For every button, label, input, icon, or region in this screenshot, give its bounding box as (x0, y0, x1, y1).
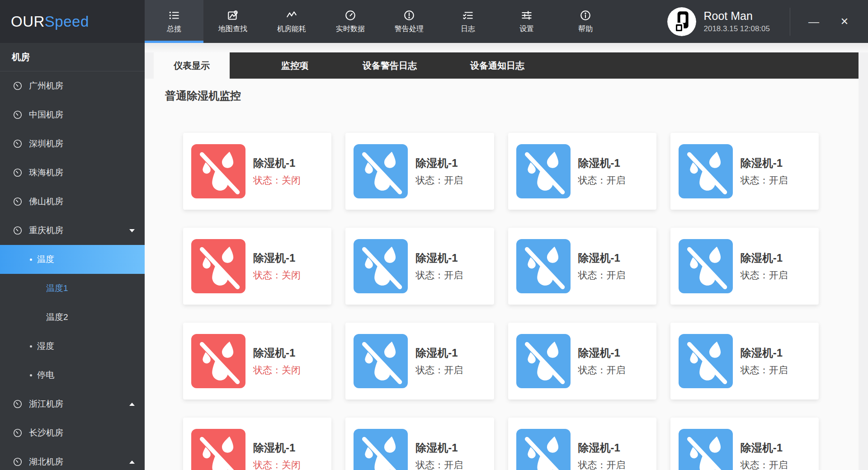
device-card[interactable]: 除湿机-1 状态：开启 (670, 323, 819, 400)
device-card-text: 除湿机-1 状态：开启 (415, 441, 463, 470)
device-card[interactable]: 除湿机-1 状态：关闭 (183, 418, 331, 470)
dehumidifier-off-icon (191, 429, 245, 470)
device-status: 状态：开启 (741, 364, 788, 376)
tab-device-warning-log[interactable]: 设备警告日志 (334, 52, 446, 79)
device-card[interactable]: 除湿机-1 状态：关闭 (183, 133, 331, 210)
device-name: 除湿机-1 (253, 441, 301, 455)
tab-monitor-items[interactable]: 监控项 (256, 52, 334, 79)
sidebar-item-label: 长沙机房 (29, 427, 63, 439)
gauge-icon (13, 197, 23, 207)
section-title: 普通除湿机监控 (165, 89, 859, 103)
sidebar-item-label: 湖北机房 (29, 456, 63, 468)
sidebar-item-温度1[interactable]: 温度1 (0, 274, 145, 303)
device-card[interactable]: 除湿机-1 状态：开启 (670, 418, 819, 470)
device-card[interactable]: 除湿机-1 状态：开启 (508, 323, 656, 400)
device-status: 状态：开启 (741, 269, 788, 282)
sidebar-item-佛山机房[interactable]: 佛山机房 (0, 187, 145, 216)
sidebar-item-重庆机房[interactable]: 重庆机房 (0, 216, 145, 245)
tab-device-notice-log[interactable]: 设备通知日志 (446, 52, 549, 79)
dehumidifier-off-icon (191, 239, 245, 293)
sidebar-item-湖北机房[interactable]: 湖北机房 (0, 447, 145, 470)
sidebar-item-中国机房[interactable]: 中国机房 (0, 100, 145, 129)
sidebar-item-label: 广州机房 (29, 80, 63, 92)
device-card-text: 除湿机-1 状态：开启 (741, 251, 788, 282)
device-card[interactable]: 除湿机-1 状态：关闭 (183, 228, 331, 305)
nav-item-overview[interactable]: 总揽 (145, 0, 203, 43)
tab-meter-display[interactable]: 仪表显示 (154, 52, 230, 79)
nav-item-alerts[interactable]: 警告处理 (380, 0, 439, 43)
device-name: 除湿机-1 (253, 346, 301, 360)
device-card-text: 除湿机-1 状态：开启 (578, 346, 626, 376)
device-card[interactable]: 除湿机-1 状态：开启 (508, 418, 656, 470)
top-nav: 总揽 地图查找 机房能耗 实时数据 警告处理 (145, 0, 615, 43)
sidebar-item-label: 中国机房 (29, 109, 63, 121)
gauge-icon (13, 428, 23, 438)
device-name: 除湿机-1 (741, 156, 788, 170)
device-card[interactable]: 除湿机-1 状态：关闭 (183, 323, 331, 400)
sidebar-item-浙江机房[interactable]: 浙江机房 (0, 390, 145, 418)
device-card[interactable]: 除湿机-1 状态：开启 (345, 228, 494, 305)
sidebar-item-珠海机房[interactable]: 珠海机房 (0, 158, 145, 187)
nav-item-logs[interactable]: 日志 (439, 0, 497, 43)
alert-circle-icon (403, 9, 415, 21)
sidebar-item-温度2[interactable]: 温度2 (0, 303, 145, 332)
sidebar-item-湿度[interactable]: 湿度 (0, 332, 145, 361)
gauge-icon (13, 81, 23, 91)
device-name: 除湿机-1 (741, 346, 788, 360)
device-card[interactable]: 除湿机-1 状态：开启 (508, 228, 656, 305)
nav-item-settings[interactable]: 设置 (497, 0, 556, 43)
close-button[interactable]: ✕ (833, 0, 856, 43)
user-info: Root Man 2018.3.15 12:08:05 (703, 9, 770, 33)
log-checklist-icon (462, 9, 474, 21)
device-card[interactable]: 除湿机-1 状态：开启 (508, 133, 656, 210)
device-card[interactable]: 除湿机-1 状态：开启 (670, 133, 819, 210)
content-tabbar: 仪表显示 监控项 设备警告日志 设备通知日志 (154, 52, 859, 79)
nav-item-energy[interactable]: 机房能耗 (262, 0, 321, 43)
device-name: 除湿机-1 (578, 441, 626, 455)
device-card[interactable]: 除湿机-1 状态：开启 (345, 133, 494, 210)
dehumidifier-on-icon (679, 239, 733, 293)
nav-item-help[interactable]: 帮助 (556, 0, 615, 43)
map-pin-icon (227, 9, 239, 21)
app-header: OURSpeed 总揽 地图查找 机房能耗 实时数据 (0, 0, 868, 43)
device-card[interactable]: 除湿机-1 状态：开启 (345, 418, 494, 470)
device-card-text: 除湿机-1 状态：开启 (415, 251, 463, 282)
sidebar-item-停电[interactable]: 停电 (0, 361, 145, 390)
device-card[interactable]: 除湿机-1 状态：开启 (670, 228, 819, 305)
nav-label: 设置 (519, 24, 534, 34)
device-card[interactable]: 除湿机-1 状态：开启 (345, 323, 494, 400)
avatar[interactable] (667, 7, 696, 36)
sidebar-item-label: 珠海机房 (29, 167, 63, 179)
device-card-text: 除湿机-1 状态：开启 (741, 156, 788, 187)
device-name: 除湿机-1 (741, 441, 788, 455)
device-name: 除湿机-1 (415, 251, 463, 265)
device-name: 除湿机-1 (578, 251, 626, 265)
dehumidifier-on-icon (354, 144, 408, 198)
sidebar-item-label: 湿度 (37, 340, 54, 352)
sidebar-title: 机房 (0, 43, 145, 71)
dehumidifier-on-icon (679, 334, 733, 388)
nav-item-map-search[interactable]: 地图查找 (203, 0, 262, 43)
sidebar-item-label: 温度1 (46, 282, 68, 294)
device-status: 状态：开启 (741, 174, 788, 187)
device-card-text: 除湿机-1 状态：关闭 (253, 156, 301, 187)
minimize-button[interactable]: — (802, 0, 826, 43)
dehumidifier-on-icon (516, 144, 571, 198)
header-spacer (615, 0, 667, 43)
pulse-line-icon (286, 9, 297, 21)
sidebar-item-深圳机房[interactable]: 深圳机房 (0, 129, 145, 158)
device-card-text: 除湿机-1 状态：开启 (578, 441, 626, 470)
app-logo: OURSpeed (11, 13, 89, 30)
dehumidifier-on-icon (354, 334, 408, 388)
device-card-text: 除湿机-1 状态：开启 (415, 156, 463, 187)
sidebar-item-label: 温度 (37, 254, 54, 265)
sidebar-item-温度[interactable]: 温度 (0, 245, 145, 274)
sidebar-item-label: 温度2 (46, 311, 68, 323)
dehumidifier-on-icon (516, 239, 571, 293)
nav-item-realtime-data[interactable]: 实时数据 (321, 0, 380, 43)
sidebar-item-广州机房[interactable]: 广州机房 (0, 71, 145, 100)
sidebar-item-长沙机房[interactable]: 长沙机房 (0, 418, 145, 447)
device-status: 状态：关闭 (253, 364, 301, 376)
nav-label: 实时数据 (336, 24, 365, 34)
device-name: 除湿机-1 (578, 156, 626, 170)
